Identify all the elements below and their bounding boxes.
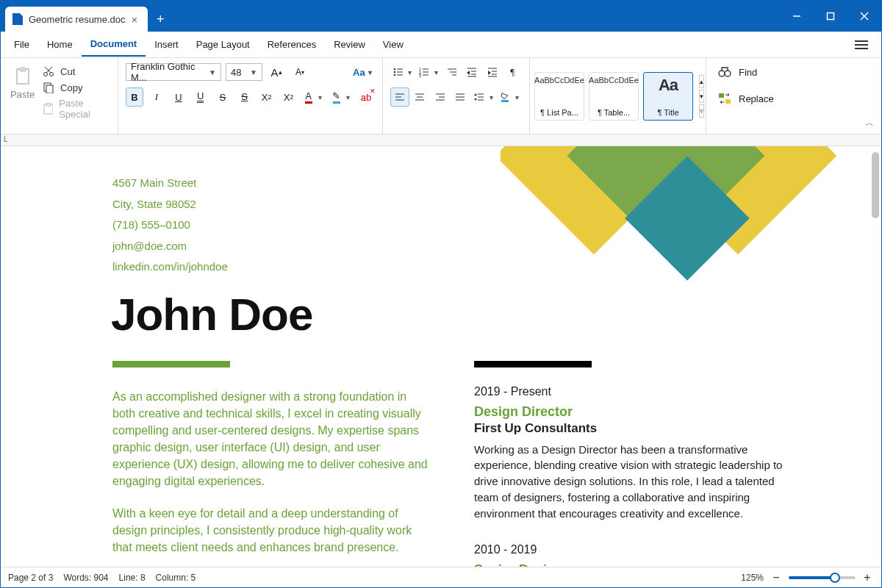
job-entry: 2019 - Present Design Director First Up … bbox=[474, 385, 783, 522]
styles-scroll-down[interactable]: ▾ bbox=[699, 90, 704, 103]
editing-group: Find Replace bbox=[706, 58, 786, 134]
justify-button[interactable] bbox=[451, 87, 470, 107]
indent-icon bbox=[487, 67, 498, 77]
align-center-button[interactable] bbox=[411, 87, 430, 107]
align-left-button[interactable] bbox=[390, 87, 409, 107]
replace-button[interactable]: Replace bbox=[714, 89, 778, 108]
document-area[interactable]: 4567 Main Street City, State 98052 (718)… bbox=[1, 146, 881, 567]
zoom-out-button[interactable]: − bbox=[770, 571, 783, 584]
menu-review[interactable]: Review bbox=[325, 33, 374, 56]
zoom-thumb[interactable] bbox=[830, 573, 840, 583]
cut-button[interactable]: Cut bbox=[43, 65, 110, 77]
multilevel-icon bbox=[447, 67, 457, 77]
font-size-combo[interactable]: 48▼ bbox=[226, 63, 262, 81]
style-label: ¶ Table... bbox=[598, 108, 630, 117]
overflow-menu-button[interactable] bbox=[846, 38, 877, 51]
line-spacing-button[interactable]: ▾ bbox=[471, 87, 495, 107]
font-name-combo[interactable]: Franklin Gothic M...▼ bbox=[126, 63, 221, 81]
close-tab-icon[interactable]: × bbox=[132, 13, 138, 26]
superscript-button[interactable]: X2 bbox=[258, 87, 276, 107]
zoom-level[interactable]: 125% bbox=[741, 573, 764, 583]
decrease-indent-button[interactable] bbox=[462, 62, 481, 82]
maximize-button[interactable] bbox=[814, 1, 847, 32]
grow-font-button[interactable]: A▴ bbox=[267, 62, 286, 82]
svg-text:3: 3 bbox=[419, 74, 421, 77]
replace-icon bbox=[718, 92, 731, 105]
svg-marker-38 bbox=[488, 71, 491, 75]
copy-button[interactable]: Copy bbox=[43, 82, 110, 93]
menu-view[interactable]: View bbox=[374, 33, 412, 56]
job-title: Design Director bbox=[474, 404, 783, 420]
subscript-button[interactable]: X2 bbox=[280, 87, 298, 107]
paste-button[interactable]: Paste bbox=[8, 62, 37, 129]
paste-label: Paste bbox=[10, 89, 35, 100]
summary-paragraph: With a keen eye for detail and a deep un… bbox=[112, 505, 429, 556]
svg-rect-60 bbox=[725, 99, 731, 104]
zoom-in-button[interactable]: + bbox=[861, 571, 874, 584]
style-title[interactable]: Aa ¶ Title bbox=[643, 72, 693, 121]
bullet-list-icon bbox=[393, 67, 404, 77]
font-color-button[interactable]: A▾ bbox=[302, 87, 326, 107]
summary-column: As an accomplished designer with a stron… bbox=[112, 361, 429, 567]
cut-label: Cut bbox=[60, 66, 75, 77]
paste-special-button[interactable]: Paste Special bbox=[43, 98, 110, 120]
highlighter-icon: ✎ bbox=[332, 90, 340, 101]
bullet-list-button[interactable]: ▾ bbox=[390, 62, 415, 82]
svg-line-8 bbox=[45, 67, 51, 73]
shrink-font-button[interactable]: A▾ bbox=[290, 62, 309, 82]
styles-expand[interactable]: ▿ bbox=[699, 104, 704, 118]
bold-button[interactable]: B bbox=[126, 87, 143, 107]
menu-file[interactable]: File bbox=[5, 33, 38, 56]
style-label: ¶ List Pa... bbox=[540, 108, 578, 117]
double-underline-button[interactable]: U bbox=[192, 87, 209, 107]
find-button[interactable]: Find bbox=[714, 62, 778, 82]
style-label: ¶ Title bbox=[657, 108, 678, 117]
svg-point-57 bbox=[719, 71, 725, 76]
menu-document[interactable]: Document bbox=[82, 32, 146, 57]
style-table[interactable]: AaBbCcDdEe ¶ Table... bbox=[589, 72, 639, 121]
ruler[interactable]: L bbox=[1, 135, 881, 146]
job-dates: 2019 - Present bbox=[474, 385, 783, 398]
style-list-paragraph[interactable]: AaBbCcDdEe ¶ List Pa... bbox=[534, 72, 584, 121]
minimize-button[interactable] bbox=[780, 1, 814, 32]
svg-marker-56 bbox=[501, 93, 508, 99]
vertical-scrollbar[interactable] bbox=[872, 152, 879, 218]
number-list-button[interactable]: 123▾ bbox=[416, 62, 440, 82]
clipboard-icon bbox=[15, 67, 31, 86]
multilevel-list-button[interactable] bbox=[442, 62, 462, 82]
double-strikethrough-button[interactable]: S bbox=[236, 87, 254, 107]
underline-button[interactable]: U bbox=[170, 87, 187, 107]
menu-page-layout[interactable]: Page Layout bbox=[187, 33, 259, 56]
svg-point-16 bbox=[394, 71, 396, 74]
menu-home[interactable]: Home bbox=[38, 33, 82, 56]
change-case-button[interactable]: Aa▾ bbox=[350, 62, 375, 82]
status-page[interactable]: Page 2 of 3 bbox=[8, 573, 53, 583]
menu-references[interactable]: References bbox=[259, 33, 325, 56]
align-right-button[interactable] bbox=[431, 87, 450, 107]
new-tab-button[interactable]: + bbox=[148, 7, 173, 32]
svg-point-18 bbox=[394, 74, 396, 76]
clear-formatting-button[interactable]: ab✕ bbox=[357, 87, 375, 107]
increase-indent-button[interactable] bbox=[483, 62, 502, 82]
svg-marker-54 bbox=[474, 93, 477, 96]
status-words[interactable]: Words: 904 bbox=[63, 573, 108, 583]
resume-name: John Doe bbox=[111, 288, 839, 340]
document-tab[interactable]: Geometric resume.doc × bbox=[5, 7, 148, 32]
decorative-shapes bbox=[501, 146, 839, 293]
highlight-button[interactable]: ✎▾ bbox=[329, 87, 353, 107]
section-bar bbox=[112, 361, 230, 368]
italic-button[interactable]: I bbox=[148, 87, 165, 107]
change-case-label: Aa bbox=[353, 67, 365, 78]
strikethrough-button[interactable]: S bbox=[214, 87, 232, 107]
svg-rect-59 bbox=[719, 93, 724, 98]
job-entry: 2010 - 2019 Senior Designer bbox=[474, 543, 783, 567]
menu-insert[interactable]: Insert bbox=[146, 33, 187, 56]
svg-line-9 bbox=[46, 67, 52, 73]
collapse-ribbon-button[interactable]: ︿ bbox=[865, 117, 874, 129]
styles-scroll-up[interactable]: ▴ bbox=[699, 75, 704, 88]
shading-button[interactable]: ▾ bbox=[498, 87, 522, 107]
close-window-button[interactable] bbox=[847, 1, 881, 32]
zoom-slider[interactable] bbox=[789, 576, 855, 579]
show-marks-button[interactable]: ¶ bbox=[503, 62, 522, 82]
justify-icon bbox=[455, 92, 465, 102]
